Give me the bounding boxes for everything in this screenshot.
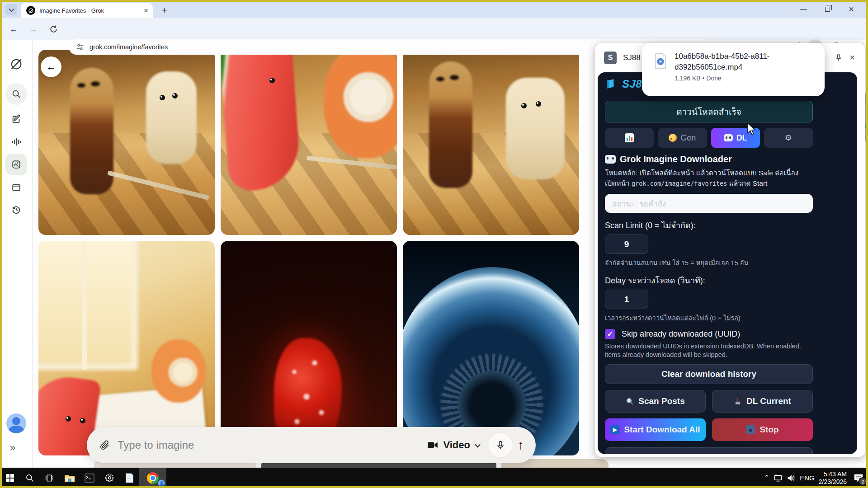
attach-paperclip-icon[interactable] (99, 440, 110, 450)
grok-logo-icon (5, 53, 27, 75)
octopus-character (70, 68, 113, 194)
forward-nav-button[interactable]: → (28, 23, 39, 34)
history-icon (11, 205, 21, 215)
window-restore-button[interactable] (817, 0, 838, 18)
search-icon (11, 89, 21, 99)
delay-help: เวลารอระหว่างดาวน์โหลดแต่ละไฟล์ (0 = ไม่… (605, 313, 813, 323)
search-icon (25, 474, 34, 483)
new-tab-button[interactable]: + (158, 4, 171, 17)
windows-logo-icon (6, 474, 14, 482)
voice-waveform-icon (11, 136, 22, 147)
safe-load-button[interactable]: Safe Load (0 พลาด) (605, 447, 813, 454)
notepad-button[interactable] (119, 468, 139, 488)
tab-gen[interactable]: Gen (658, 128, 707, 148)
url-code: grok.com/imagine/favorites (632, 180, 727, 187)
favorite-tile-1[interactable] (38, 50, 215, 235)
sidebar-item-compose[interactable] (5, 108, 27, 130)
taskbar-search-button[interactable] (20, 468, 40, 488)
favorite-tile-2[interactable] (221, 50, 397, 235)
mode-selector[interactable]: Video (443, 439, 470, 451)
tab-close-icon[interactable]: × (144, 7, 148, 14)
pin-icon[interactable] (832, 51, 845, 65)
marshmallow-character (506, 78, 565, 179)
scan-posts-button[interactable]: Scan Posts (605, 390, 706, 413)
tape-roll-character (151, 339, 206, 403)
status-banner: ดาวน์โหลดสำเร็จ (605, 101, 813, 122)
chrome-taskbar-button[interactable] (139, 468, 166, 488)
browser-tab[interactable]: Imagine Favorites - Grok × (21, 3, 153, 18)
checkbox-checked[interactable]: ✓ (605, 329, 615, 339)
browser-toolbar: ← → grok.com/imagine/favorites ⋮ (0, 18, 868, 40)
download-filename: 10a6b58a-b1ba-45b2-a811- d392b56051ce.mp… (675, 51, 769, 73)
system-tray: ⌃ ENG 5:43 AM 2/23/2026 2 (764, 468, 866, 488)
taskbar-clock[interactable]: 5:43 AM 2/23/2026 (819, 470, 847, 486)
avatar[interactable] (6, 413, 26, 433)
chevron-down-icon[interactable] (475, 441, 481, 447)
scan-limit-label: Scan Limit (0 = ไม่จำกัด): (605, 219, 813, 232)
prompt-input[interactable]: Type to imagine (118, 439, 427, 451)
tab-settings[interactable]: ⚙ (764, 128, 813, 148)
notification-center-button[interactable]: 2 (851, 468, 866, 488)
favorite-tile-6[interactable] (403, 241, 579, 455)
robot-icon (605, 155, 616, 164)
file-explorer-icon (64, 474, 75, 483)
start-download-all-button[interactable]: ▶ Start Download All (605, 418, 706, 441)
sidebar-expand-button[interactable]: » (10, 442, 15, 454)
sidebar-item-files[interactable] (5, 177, 27, 198)
bar-chart-icon (625, 133, 634, 142)
clock-date: 2/23/2026 (819, 478, 847, 486)
tray-expand-chevron[interactable]: ⌃ (764, 474, 770, 482)
delay-input[interactable]: 1 (605, 290, 648, 309)
start-button[interactable] (0, 468, 20, 488)
terminal-button[interactable] (80, 468, 99, 488)
scan-limit-input[interactable]: 9 (605, 235, 648, 254)
language-indicator[interactable]: ENG (800, 474, 815, 482)
mic-button[interactable] (488, 432, 513, 458)
stop-icon: ■ (746, 425, 755, 434)
window-minimize-button[interactable]: — (793, 0, 814, 18)
network-icon[interactable] (774, 474, 783, 482)
clear-history-button[interactable]: Clear download history (605, 364, 813, 384)
favorite-tile-5[interactable] (221, 241, 397, 455)
favorite-tile-3[interactable] (403, 50, 579, 235)
sidebar-item-history[interactable] (5, 199, 27, 221)
file-explorer-button[interactable] (60, 468, 80, 488)
download-complete-bubble[interactable]: 10a6b58a-b1ba-45b2-a811- d392b56051ce.mp… (642, 43, 825, 96)
classroom-window (38, 241, 138, 370)
reload-button[interactable] (48, 23, 59, 34)
stop-button[interactable]: ■ Stop (712, 418, 813, 441)
skip-downloaded-row[interactable]: ✓ Skip already downloaded (UUID) (605, 329, 813, 339)
notepad-icon (125, 473, 134, 483)
tab-title: Imagine Favorites - Grok (39, 7, 140, 14)
tab-stats[interactable] (605, 128, 654, 148)
volume-icon[interactable] (787, 474, 796, 482)
send-button[interactable]: ↑ (518, 438, 524, 452)
sidebar-item-voice[interactable] (5, 131, 27, 153)
window-close-button[interactable]: × (841, 0, 862, 18)
sidebar-item-search[interactable] (5, 83, 27, 105)
favorite-tile-4[interactable] (38, 241, 215, 455)
imagine-icon (11, 160, 21, 169)
task-view-button[interactable] (40, 468, 60, 488)
skip-downloaded-label: Skip already downloaded (UUID) (622, 329, 740, 339)
brush-icon (734, 397, 742, 405)
delay-label: Delay ระหว่างโหลด (วินาที): (605, 274, 813, 287)
play-icon: ▶ (610, 425, 619, 434)
extension-badge-icon: S (604, 52, 617, 64)
action-row-2: ▶ Start Download All ■ Stop (605, 418, 813, 441)
chevron-down-icon (9, 6, 14, 12)
gear-icon: ⚙ (785, 133, 792, 143)
download-meta: 1,196 KB • Done (675, 75, 769, 82)
dl-current-button[interactable]: DL Current (712, 390, 813, 413)
mic-icon (495, 440, 505, 450)
gallery-back-button[interactable]: ← (41, 56, 61, 77)
close-icon[interactable]: × (845, 51, 859, 65)
back-nav-button[interactable]: ← (8, 23, 19, 34)
site-controls-icon[interactable] (76, 43, 84, 51)
tab-search-button[interactable] (5, 4, 17, 15)
imagine-prompt-bar[interactable]: Type to imagine Video ↑ (87, 427, 536, 463)
gear-icon (105, 473, 114, 483)
sj88-extension-popup: S SJ88 Auto... × SJ88 A ดาวน์โหลดสำเร็จ … (595, 43, 865, 457)
sidebar-item-imagine[interactable] (5, 154, 27, 175)
settings-button[interactable] (99, 468, 119, 488)
